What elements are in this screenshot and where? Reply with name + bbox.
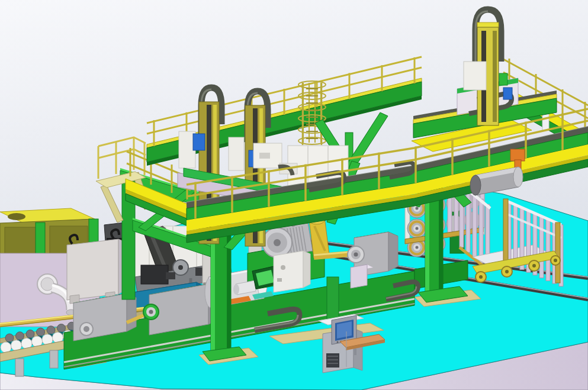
- conveyor-leg: [15, 359, 24, 376]
- tank-opening: [8, 213, 25, 220]
- machine-line-render: [0, 0, 588, 390]
- manipulator-box: [229, 137, 244, 170]
- servo-motor: [193, 134, 205, 150]
- roller-hook: [510, 149, 525, 161]
- conveyor-leg: [50, 350, 58, 368]
- cad-render-viewport: [0, 0, 588, 390]
- manipulator-box: [464, 62, 486, 90]
- gripper-motor: [499, 73, 507, 85]
- machine-control-box: [274, 251, 310, 292]
- servo-motor: [503, 88, 512, 99]
